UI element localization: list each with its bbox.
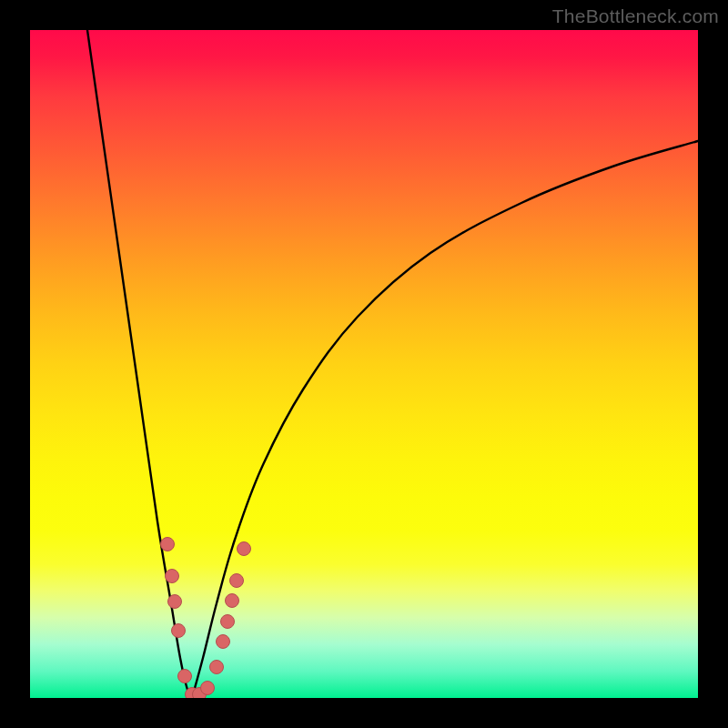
data-marker bbox=[220, 614, 235, 629]
data-marker bbox=[171, 623, 186, 638]
watermark-text: TheBottleneck.com bbox=[552, 5, 719, 27]
bottleneck-curve bbox=[30, 30, 698, 698]
data-marker bbox=[200, 681, 215, 695]
data-marker bbox=[165, 569, 179, 583]
data-marker bbox=[229, 573, 244, 588]
plot-area bbox=[30, 30, 698, 698]
data-marker bbox=[177, 669, 192, 683]
data-marker bbox=[160, 537, 175, 551]
data-marker bbox=[209, 660, 224, 674]
data-marker bbox=[225, 593, 239, 608]
chart-frame: TheBottleneck.com bbox=[0, 0, 728, 728]
data-marker bbox=[216, 634, 230, 649]
data-marker bbox=[167, 594, 182, 609]
data-marker bbox=[237, 541, 251, 556]
